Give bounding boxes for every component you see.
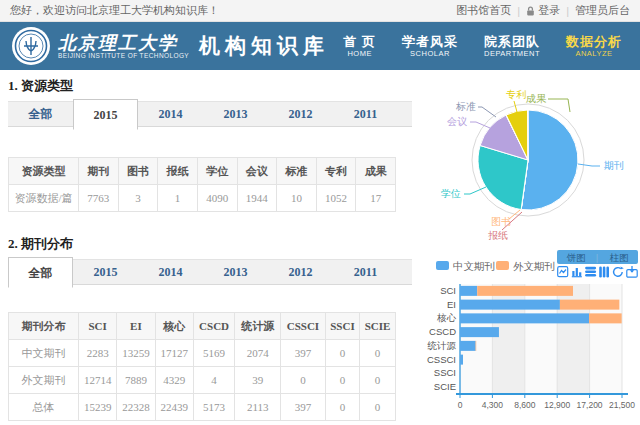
column-header: CSCD	[193, 313, 235, 340]
pie-slice-期刊[interactable]	[521, 110, 578, 210]
table-row: 外文期刊1271478894329439000	[9, 367, 396, 394]
section1-year-tabs: 全部20152014201320122011	[8, 101, 412, 127]
table-cell: 4090	[197, 185, 237, 212]
column-header: SSCI	[325, 313, 359, 340]
pie-label-期刊: 期刊	[603, 160, 624, 171]
table-cell: 中文期刊	[9, 340, 79, 367]
journal-distribution-bar-chart: 中文期刊外文期刊饼图|柱图04,3008,60012,90017,20021,5…	[420, 248, 640, 425]
table-cell: 12714	[79, 367, 117, 394]
column-header: 报纸	[158, 158, 198, 185]
legend-swatch-外文期刊	[496, 261, 509, 270]
pie-label-line	[548, 99, 570, 112]
restore-icon[interactable]	[614, 266, 624, 276]
section2-table-container: 期刊分布SCIEI核心CSCD统计源CSSCISSCISCIE中文期刊22831…	[8, 312, 420, 421]
tiled-icon[interactable]	[599, 267, 609, 278]
nav-label-cn: 数据分析	[566, 34, 622, 49]
table-row: 总体1523922328224395173211339700	[9, 394, 396, 421]
legend-item-中文期刊[interactable]: 中文期刊	[453, 260, 495, 272]
bar-chart-icon[interactable]	[572, 268, 582, 277]
table-cell: 15239	[79, 394, 117, 421]
column-header: SCI	[79, 313, 117, 340]
university-name-en: BEIJING INSTITUTE OF TECHNOLOGY	[58, 52, 189, 59]
table-cell: 0	[360, 340, 396, 367]
x-tick-label: 17,200	[577, 400, 603, 410]
table-row: 资源数据/篇7763314090194410105217	[9, 185, 396, 212]
category-label-核心: 核心	[436, 312, 457, 323]
tab-全部[interactable]: 全部	[8, 102, 73, 128]
nav-item-analyze[interactable]: 数据分析ANALYZE	[566, 34, 622, 58]
tab-2012[interactable]: 2012	[268, 260, 333, 286]
table-cell: 17	[356, 185, 396, 212]
category-label-EI: EI	[447, 299, 456, 310]
bar-segment-中文期刊-CSSCI	[460, 355, 463, 365]
content-left-column: 1. 资源类型 全部20152014201320122011 资源类型期刊图书报…	[0, 70, 420, 425]
table-cell: 总体	[9, 394, 79, 421]
site-header: 北京理工大学 BEIJING INSTITUTE OF TECHNOLOGY 机…	[0, 22, 640, 70]
bar-segment-外文期刊-核心	[589, 313, 622, 323]
category-label-CSCD: CSCD	[429, 326, 456, 337]
library-home-link[interactable]: 图书馆首页	[456, 3, 511, 18]
table-cell: 3	[118, 185, 158, 212]
tab-2012[interactable]: 2012	[268, 102, 333, 128]
table-cell: 0	[325, 367, 359, 394]
category-label-CSSCI: CSSCI	[427, 354, 456, 365]
bar-segment-中文期刊-核心	[460, 313, 589, 323]
nav-item-home[interactable]: 首 页HOME	[343, 34, 376, 58]
separator: |	[517, 5, 520, 17]
tab-2013[interactable]: 2013	[203, 102, 268, 128]
university-logo	[12, 27, 50, 65]
nav-label-cn: 院系团队	[484, 34, 540, 49]
nav-label-cn: 首 页	[343, 34, 376, 49]
pie-label-line	[478, 107, 496, 117]
x-tick-label: 4,300	[482, 400, 504, 410]
column-header: 学位	[197, 158, 237, 185]
tab-2015[interactable]: 2015	[73, 99, 138, 130]
table-cell: 1	[158, 185, 198, 212]
greeting-text: 您好，欢迎访问北京理工大学机构知识库！	[10, 3, 219, 18]
save-image-icon[interactable]	[627, 266, 637, 277]
table-cell: 1944	[237, 185, 277, 212]
admin-backend-link[interactable]: 管理员后台	[575, 3, 630, 18]
table-cell: 0	[360, 367, 396, 394]
table-cell: 0	[325, 340, 359, 367]
table-cell: 外文期刊	[9, 367, 79, 394]
login-link[interactable]: 登录	[526, 3, 560, 18]
nav-label-cn: 学者风采	[402, 34, 458, 49]
table-cell: 5169	[193, 340, 235, 367]
table-cell: 1052	[316, 185, 356, 212]
page-root: 您好，欢迎访问北京理工大学机构知识库！ 图书馆首页|登录|管理员后台 北京理工大…	[0, 0, 640, 425]
table-cell: 2113	[235, 394, 281, 421]
data-table: 资源类型期刊图书报纸学位会议标准专利成果资源数据/篇77633140901944…	[8, 157, 396, 212]
tab-2011[interactable]: 2011	[333, 260, 398, 286]
tab-2015[interactable]: 2015	[73, 260, 138, 286]
nav-label-en: SCHOLAR	[402, 49, 458, 58]
link-label: 图书馆首页	[456, 3, 511, 18]
bar-segment-外文期刊-SCI	[477, 286, 573, 296]
tab-2011[interactable]: 2011	[333, 102, 398, 128]
tab-2013[interactable]: 2013	[203, 260, 268, 286]
table-cell: 22439	[155, 394, 193, 421]
nav-item-department[interactable]: 院系团队DEPARTMENT	[484, 34, 540, 58]
column-header: 资源类型	[9, 158, 79, 185]
table-cell: 397	[281, 340, 326, 367]
table-cell: 2283	[79, 340, 117, 367]
pie-label-学位: 学位	[441, 188, 461, 199]
column-header: EI	[117, 313, 155, 340]
main-nav: 首 页HOME学者风采SCHOLAR院系团队DEPARTMENT数据分析ANAL…	[343, 34, 622, 58]
pie-view-button[interactable]: 饼图	[567, 252, 586, 263]
tab-2014[interactable]: 2014	[138, 102, 203, 128]
category-label-SCI: SCI	[440, 285, 456, 296]
tab-2014[interactable]: 2014	[138, 260, 203, 286]
link-label: 登录	[538, 3, 560, 18]
section2-year-tabs: 全部20152014201320122011	[8, 259, 412, 285]
section1-title: 1. 资源类型	[8, 77, 420, 95]
nav-item-scholar[interactable]: 学者风采SCHOLAR	[402, 34, 458, 58]
bar-view-button[interactable]: 柱图	[610, 252, 629, 263]
line-chart-icon[interactable]	[558, 267, 568, 277]
tab-全部[interactable]: 全部	[8, 257, 73, 288]
table-cell: 0	[325, 394, 359, 421]
legend-item-外文期刊[interactable]: 外文期刊	[513, 260, 555, 272]
column-header: SCIE	[360, 313, 396, 340]
stack-icon[interactable]	[585, 267, 596, 277]
table-cell: 4329	[155, 367, 193, 394]
